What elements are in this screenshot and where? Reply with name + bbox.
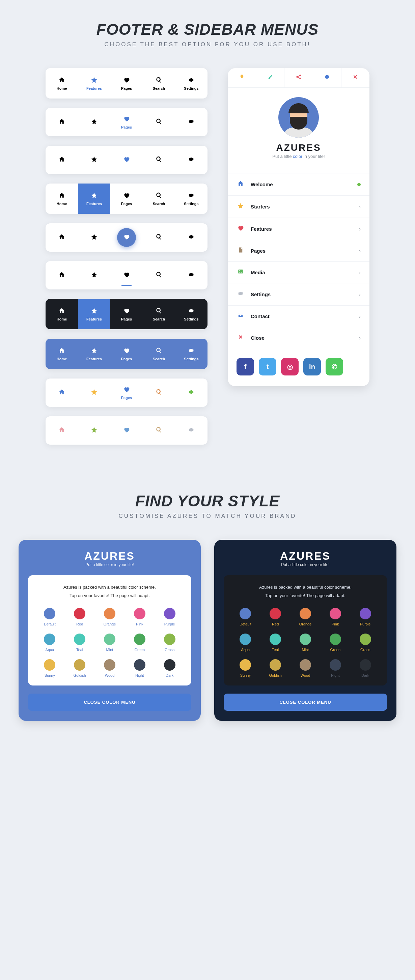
menu-item-starters[interactable]: Starters› [228,195,369,218]
social-instagram[interactable]: ◎ [281,358,299,375]
color-swatch-aqua[interactable]: Aqua [232,633,259,652]
color-swatch-purple[interactable]: Purple [156,608,183,626]
footer-item-search[interactable]: Search [143,68,175,99]
close-color-menu-button[interactable]: CLOSE COLOR MENU [224,694,387,711]
color-swatch-orange[interactable]: Orange [292,608,319,626]
footer-item-pages[interactable]: Pages [110,379,143,407]
sidebar-top-close[interactable] [342,68,369,88]
footer-item-pages[interactable] [110,223,143,252]
sidebar-top-bulb[interactable] [228,68,256,88]
footer-item-settings[interactable]: Settings [175,183,208,214]
footer-item-features[interactable]: Features [78,339,110,369]
color-swatch-aqua[interactable]: Aqua [36,633,64,652]
footer-item-settings[interactable] [175,379,208,407]
color-swatch-teal[interactable]: Teal [262,633,289,652]
footer-item-home[interactable] [46,223,78,252]
footer-item-search[interactable]: Search [143,299,175,329]
footer-item-pages[interactable]: Pages [110,68,143,99]
menu-item-pages[interactable]: Pages› [228,240,369,261]
color-swatch-night[interactable]: Night [321,659,349,678]
footer-item-settings[interactable] [175,108,208,136]
footer-item-home[interactable]: Home [46,183,78,214]
color-swatch-wood[interactable]: Wood [96,659,124,678]
social-facebook[interactable]: f [237,358,254,375]
footer-item-home[interactable] [46,416,78,445]
footer-item-home[interactable] [46,108,78,136]
menu-item-features[interactable]: Features› [228,218,369,240]
footer-item-search[interactable] [143,379,175,407]
social-twitter[interactable]: t [259,358,276,375]
color-swatch-teal[interactable]: Teal [66,633,94,652]
color-swatch-green[interactable]: Green [126,633,153,652]
footer-item-features[interactable]: Features [78,183,110,214]
social-linkedin[interactable]: in [303,358,321,375]
color-swatch-sunny[interactable]: Sunny [232,659,259,678]
footer-item-pages[interactable] [110,146,143,174]
color-swatch-night[interactable]: Night [126,659,153,678]
footer-item-search[interactable] [143,108,175,136]
footer-item-search[interactable]: Search [143,183,175,214]
footer-item-features[interactable] [78,108,110,136]
footer-item-search[interactable] [143,261,175,290]
footer-item-settings[interactable]: Settings [175,68,208,99]
footer-item-settings[interactable]: Settings [175,299,208,329]
footer-item-features[interactable] [78,223,110,252]
footer-item-search[interactable] [143,223,175,252]
footer-item-features[interactable]: Features [78,68,110,99]
footer-item-home[interactable]: Home [46,339,78,369]
color-swatch-mint[interactable]: Mint [292,633,319,652]
footer-item-pages[interactable]: Pages [110,108,143,136]
footer-item-pages[interactable]: Pages [110,299,143,329]
color-swatch-goldish[interactable]: Goldish [66,659,94,678]
color-swatch-green[interactable]: Green [321,633,349,652]
footer-item-features[interactable]: Features [78,299,110,329]
color-swatch-pink[interactable]: Pink [126,608,153,626]
footer-item-search[interactable] [143,416,175,445]
color-swatch-grass[interactable]: Grass [156,633,183,652]
menu-item-settings[interactable]: Settings› [228,283,369,305]
footer-item-pages[interactable]: Pages [110,183,143,214]
footer-item-search[interactable]: Search [143,339,175,369]
menu-item-close[interactable]: Close› [228,327,369,348]
sidebar-top-gear[interactable] [313,68,342,88]
color-swatch-wood[interactable]: Wood [292,659,319,678]
footer-item-pages[interactable] [110,416,143,445]
footer-item-features[interactable] [78,261,110,290]
footer-item-settings[interactable] [175,146,208,174]
sidebar-top-brush[interactable] [256,68,285,88]
footer-item-home[interactable]: Home [46,68,78,99]
footer-item-settings[interactable]: Settings [175,339,208,369]
color-swatch-dark[interactable]: Dark [351,659,379,678]
footer-item-features[interactable] [78,416,110,445]
footer-item-features[interactable] [78,146,110,174]
sidebar-top-share[interactable] [285,68,313,88]
color-swatch-purple[interactable]: Purple [351,608,379,626]
color-swatch-mint[interactable]: Mint [96,633,124,652]
color-swatch-sunny[interactable]: Sunny [36,659,64,678]
color-swatch-pink[interactable]: Pink [321,608,349,626]
close-color-menu-button[interactable]: CLOSE COLOR MENU [28,694,191,711]
color-swatch-default[interactable]: Default [36,608,64,626]
footer-item-search[interactable] [143,146,175,174]
footer-item-features[interactable] [78,379,110,407]
footer-item-pages[interactable]: Pages [110,339,143,369]
color-swatch-goldish[interactable]: Goldish [262,659,289,678]
menu-item-welcome[interactable]: Welcome [228,173,369,195]
footer-item-home[interactable] [46,146,78,174]
footer-item-home[interactable]: Home [46,299,78,329]
color-swatch-red[interactable]: Red [262,608,289,626]
social-whatsapp[interactable]: ✆ [326,358,343,375]
color-swatch-red[interactable]: Red [66,608,94,626]
footer-item-home[interactable] [46,261,78,290]
footer-item-pages[interactable] [110,261,143,290]
color-swatch-orange[interactable]: Orange [96,608,124,626]
color-swatch-dark[interactable]: Dark [156,659,183,678]
color-swatch-grass[interactable]: Grass [351,633,379,652]
menu-item-contact[interactable]: Contact› [228,305,369,327]
menu-item-media[interactable]: Media› [228,261,369,283]
color-swatch-default[interactable]: Default [232,608,259,626]
footer-item-settings[interactable] [175,261,208,290]
footer-item-home[interactable] [46,379,78,407]
footer-item-settings[interactable] [175,416,208,445]
footer-item-settings[interactable] [175,223,208,252]
